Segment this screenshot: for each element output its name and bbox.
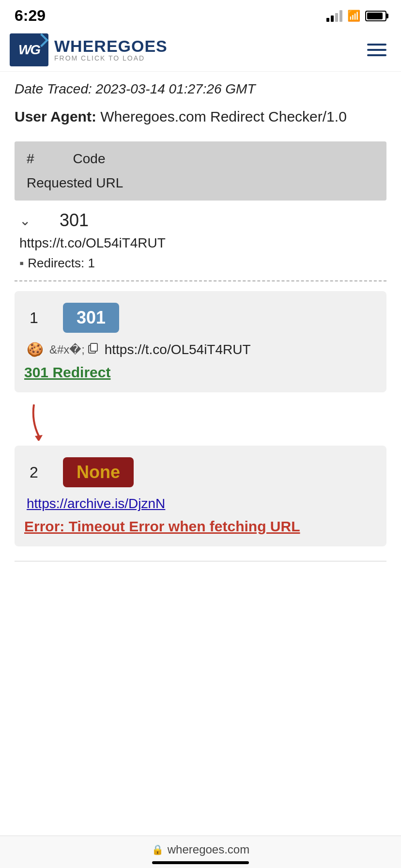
step-2-status-link[interactable]: Error: Timeout Error when fetching URL	[24, 518, 300, 534]
status-bar: 6:29 📶	[0, 0, 401, 29]
domain-text: wheregoes.com	[168, 843, 249, 856]
step-2-url-row: https://archive.is/DjznN	[24, 496, 377, 512]
step-2-badge: None	[63, 457, 134, 487]
logo-initials: WG	[18, 42, 40, 58]
user-agent-row: User Agent: Wheregoes.com Redirect Check…	[15, 107, 386, 127]
col-code: Code	[73, 151, 106, 167]
chevron-down-icon[interactable]: ⌄	[19, 213, 31, 229]
svg-rect-1	[91, 343, 97, 351]
col-url: Requested URL	[27, 175, 374, 191]
summary-url: https://t.co/OL54iT4RUT	[19, 235, 382, 251]
step-1-url-row: 🍪 &#x�; https://t.co/OL54iT4RUT	[24, 341, 377, 357]
step-1-number: 1	[24, 309, 44, 327]
date-traced: Date Traced: 2023-03-14 01:27:26 GMT	[15, 81, 386, 97]
summary-top: ⌄ 301	[19, 210, 382, 231]
logo-text: WhereGoes From Click to Load	[54, 38, 168, 62]
wifi-icon: 📶	[347, 10, 360, 22]
summary-code: 301	[60, 210, 89, 231]
date-traced-value: 2023-03-14 01:27:26 GMT	[96, 81, 256, 96]
col-hash: #	[27, 151, 34, 167]
redirect-arrow	[15, 402, 386, 441]
battery-icon	[365, 11, 386, 21]
summary-row: ⌄ 301 https://t.co/OL54iT4RUT Redirects:…	[15, 210, 386, 271]
status-time: 6:29	[15, 7, 46, 25]
main-content: Date Traced: 2023-03-14 01:27:26 GMT Use…	[0, 72, 401, 576]
status-icons: 📶	[326, 10, 386, 22]
date-traced-label: Date Traced:	[15, 81, 92, 96]
user-agent-value: Wheregoes.com Redirect Checker/1.0	[100, 108, 347, 124]
app-header: WG WhereGoes From Click to Load	[0, 29, 401, 72]
redirect-arrow-svg	[29, 402, 58, 441]
table-header-columns: # Code	[27, 151, 374, 167]
lock-icon: 🔒	[152, 844, 164, 855]
table-header: # Code Requested URL	[15, 141, 386, 201]
redirects-count: Redirects: 1	[19, 256, 382, 271]
step-2-url[interactable]: https://archive.is/DjznN	[27, 496, 165, 512]
step-1-top: 1 301	[24, 303, 377, 333]
step-2-top: 2 None	[24, 457, 377, 487]
dashed-divider	[15, 280, 386, 281]
logo-box: WG	[10, 33, 48, 66]
copy-icon[interactable]: &#x�;	[49, 343, 99, 356]
bottom-bar: 🔒 wheregoes.com	[0, 836, 401, 868]
signal-icon	[326, 10, 342, 22]
step-1-url: https://t.co/OL54iT4RUT	[105, 342, 251, 357]
step-card-1: 1 301 🍪 &#x�; https://t.co/OL54iT4RUT 30…	[15, 291, 386, 392]
step-1-badge: 301	[63, 303, 119, 333]
logo-container: WG WhereGoes From Click to Load	[10, 33, 168, 66]
cookie-icon: 🍪	[27, 341, 44, 357]
bottom-domain: 🔒 wheregoes.com	[0, 843, 401, 856]
step-card-2: 2 None https://archive.is/DjznN Error: T…	[15, 446, 386, 546]
solid-divider	[15, 561, 386, 561]
step-1-status-link[interactable]: 301 Redirect	[24, 364, 110, 380]
step-2-number: 2	[24, 464, 44, 481]
logo-subtitle: From Click to Load	[54, 54, 168, 62]
svg-marker-2	[35, 435, 43, 441]
logo-title: WhereGoes	[54, 38, 168, 54]
user-agent-label: User Agent:	[15, 108, 96, 124]
hamburger-menu-button[interactable]	[367, 44, 386, 56]
home-indicator	[152, 861, 249, 864]
